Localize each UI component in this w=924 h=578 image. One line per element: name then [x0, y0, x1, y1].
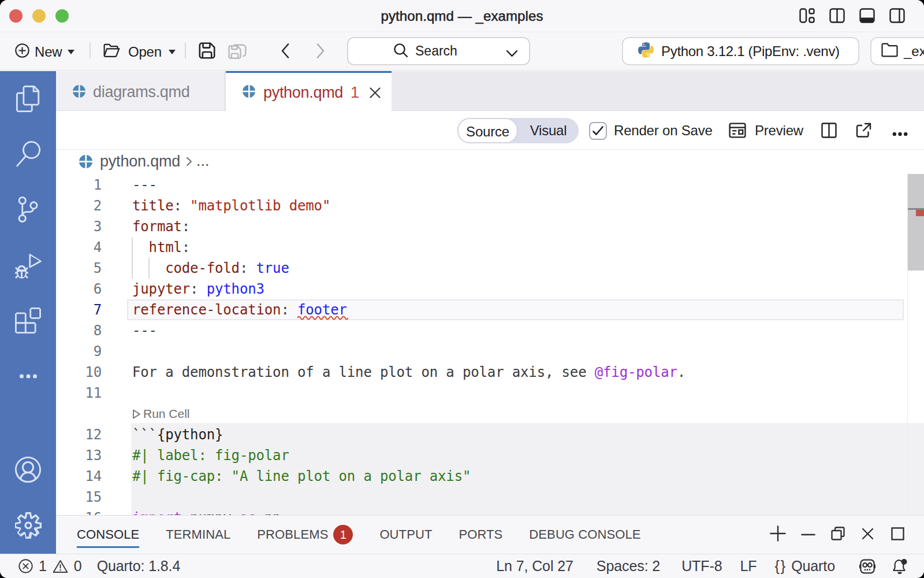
breadcrumb-more[interactable]: ... [196, 150, 210, 173]
settings-gear-icon[interactable] [14, 511, 42, 539]
tab-python-qmd[interactable]: python.qmd 1 [226, 71, 392, 111]
close-tab-icon[interactable] [369, 87, 381, 99]
search-chevron-down-icon[interactable] [506, 49, 518, 60]
more-actions-icon[interactable] [892, 128, 908, 139]
line-number: 9 [56, 341, 102, 362]
editor-action-bar: Source Visual Render on Save Preview [56, 111, 924, 150]
titlebar: python.qmd — _examples [0, 0, 924, 32]
overview-error-mark [916, 210, 924, 216]
line-number: 11 [56, 383, 102, 403]
line-number: 5 [56, 258, 102, 279]
save-all-button[interactable] [228, 33, 247, 71]
code-editor[interactable]: 1---2title: "matplotlib demo"3format:4 h… [56, 173, 924, 515]
scrollbar-slider[interactable] [908, 174, 924, 271]
code-token: title [132, 198, 174, 214]
toolbar-separator [185, 42, 186, 58]
workspace-selector[interactable]: _ex [870, 37, 924, 65]
code-line: For a demonstration of a line plot on a … [132, 362, 685, 383]
workspace-label: _ex [904, 43, 924, 60]
panel-maximize-icon[interactable] [891, 525, 904, 542]
account-icon[interactable] [14, 455, 42, 484]
panel-minimize-icon[interactable] [801, 525, 815, 542]
code-token: jupyter [132, 281, 190, 297]
line-number: 1 [56, 175, 102, 195]
search-sidebar-icon[interactable] [14, 140, 42, 168]
code-token: #| fig-cap: "A line plot on a polar axis… [132, 468, 471, 484]
tab-label: python.qmd [263, 84, 343, 102]
encoding-status[interactable]: UTF-8 [681, 558, 722, 575]
panel-close-icon[interactable] [862, 525, 874, 542]
render-on-save-label: Render on Save [614, 111, 713, 150]
extensions-icon[interactable] [14, 306, 42, 335]
notifications-bell-icon[interactable] [892, 558, 908, 575]
breadcrumb-chevron-icon [186, 157, 192, 169]
code-token: "matplotlib demo" [190, 198, 330, 214]
toggle-panel-icon[interactable] [859, 8, 875, 24]
search-input[interactable]: Search [347, 37, 530, 65]
indentation-status[interactable]: Spaces: 2 [597, 558, 660, 575]
navigate-back-button[interactable] [281, 33, 289, 71]
more-actions-icon[interactable] [14, 362, 42, 390]
new-button-label: New [35, 44, 62, 60]
tab-label: diagrams.qmd [93, 83, 189, 101]
panel-restore-icon[interactable] [831, 525, 845, 542]
customize-layout-icon[interactable] [799, 8, 815, 24]
source-control-icon[interactable] [14, 195, 42, 224]
split-editor-layout-icon[interactable] [829, 8, 845, 24]
panel-tab-debug-console[interactable]: DEBUG CONSOLE [529, 516, 640, 554]
eol-status[interactable]: LF [740, 558, 757, 575]
open-folder-icon [103, 43, 120, 61]
panel-tab-problems[interactable]: PROBLEMS [257, 516, 328, 554]
toggle-secondary-sidebar-icon[interactable] [889, 8, 905, 24]
preview-icon[interactable] [729, 122, 746, 141]
panel-tab-console[interactable]: CONSOLE [77, 516, 139, 554]
line-number: 14 [56, 466, 102, 487]
language-mode-status[interactable]: {}Quarto [774, 558, 835, 575]
panel-tab-ports[interactable]: PORTS [459, 516, 502, 554]
save-button[interactable] [199, 33, 215, 71]
panel-tab-terminal[interactable]: TERMINAL [166, 516, 230, 554]
code-token: footer [297, 302, 347, 318]
source-mode-button[interactable]: Source [457, 118, 518, 143]
tab-diagrams-qmd[interactable]: diagrams.qmd [56, 71, 225, 110]
line-number: 10 [56, 362, 102, 383]
error-squiggle [297, 315, 348, 320]
explorer-icon[interactable] [14, 84, 42, 113]
interpreter-label: Python 3.12.1 (PipEnv: .venv) [661, 43, 840, 60]
code-token: #| label: fig-polar [132, 447, 289, 464]
code-line: #| label: fig-polar [132, 445, 289, 466]
cursor-position-status[interactable]: Ln 7, Col 27 [496, 558, 573, 575]
code-token: : [190, 281, 207, 297]
code-token: python3 [207, 281, 264, 297]
window-title: python.qmd — _examples [0, 0, 924, 32]
new-button[interactable]: New [15, 33, 74, 71]
line-number: 2 [56, 195, 102, 216]
split-editor-icon[interactable] [821, 123, 837, 140]
code-token: as [240, 510, 256, 515]
panel-tab-output[interactable]: OUTPUT [379, 516, 432, 554]
quarto-version-status[interactable]: Quarto: 1.8.4 [97, 558, 181, 575]
run-cell-button[interactable]: Run Cell [132, 403, 190, 424]
breadcrumb-file[interactable]: python.qmd [100, 150, 180, 173]
interpreter-selector[interactable]: Python 3.12.1 (PipEnv: .venv) [622, 37, 859, 65]
code-line: import numpy as np [132, 507, 281, 515]
code-token: --- [132, 177, 157, 193]
code-token: np [256, 510, 281, 515]
problems-status[interactable]: 1 0 [18, 558, 82, 575]
search-placeholder: Search [415, 43, 457, 59]
visual-mode-button[interactable]: Visual [518, 118, 579, 143]
panel-new-icon[interactable] [770, 525, 786, 542]
chevron-right-icon [316, 43, 325, 61]
open-external-icon[interactable] [856, 123, 871, 140]
render-on-save-checkbox[interactable] [589, 122, 607, 140]
error-count: 1 [39, 558, 47, 575]
navigate-forward-button[interactable] [316, 33, 325, 71]
python-logo-icon [637, 41, 655, 61]
quarto-file-icon [243, 85, 255, 100]
run-debug-icon[interactable] [14, 251, 42, 279]
feedback-robot-icon[interactable] [859, 558, 876, 575]
line-number: 8 [56, 320, 102, 341]
open-button[interactable]: Open [103, 33, 176, 71]
new-dropdown-caret-icon [68, 50, 74, 54]
errors-icon [18, 559, 33, 573]
